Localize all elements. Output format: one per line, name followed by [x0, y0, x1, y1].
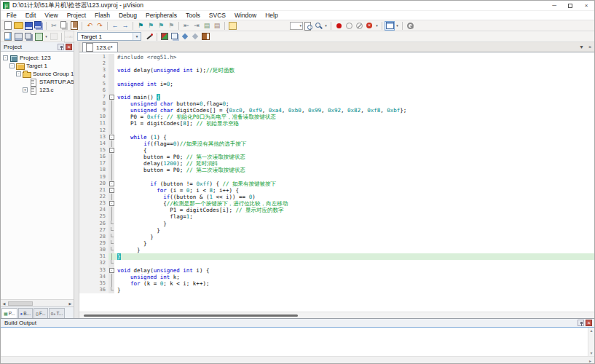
code-line-33[interactable]: 33-void delay(unsigned int i) {: [79, 267, 594, 274]
project-scroll-track[interactable]: [7, 301, 67, 306]
uncomment-selection-icon[interactable]: ▤: [212, 21, 222, 31]
editor-close-icon[interactable]: ×: [588, 44, 591, 50]
bookmark-clear-all-icon[interactable]: ⚑: [166, 21, 176, 31]
redo-icon[interactable]: ↷: [95, 21, 105, 31]
expander-icon[interactable]: -: [3, 55, 8, 60]
code-line-5[interactable]: 5unsigned int i=0;: [79, 81, 594, 87]
build-icon[interactable]: [13, 32, 23, 41]
build-vertical-scrollbar[interactable]: ▲ ▼: [588, 328, 594, 356]
code-line-8[interactable]: 8 unsigned char button=0,flag=0;: [79, 100, 594, 107]
open-file-icon[interactable]: [13, 21, 23, 31]
paste-icon[interactable]: [69, 21, 79, 31]
undo-icon[interactable]: ↶: [84, 21, 95, 31]
code-line-3[interactable]: 3void delay(unsigned int i);//延时函数: [79, 67, 594, 74]
code-line-30[interactable]: 30 }: [79, 247, 594, 253]
panel-tab-project[interactable]: ▦P...: [1, 308, 17, 318]
rebuild-all-icon[interactable]: [23, 32, 34, 41]
save-icon[interactable]: [23, 21, 34, 31]
fold-collapse-icon[interactable]: -: [109, 94, 114, 100]
bookmark-next-icon[interactable]: ⚑: [156, 21, 166, 31]
code-line-11[interactable]: 11 P1 = digitCodes[8]; // 初始显示空格: [79, 120, 594, 127]
build-output-content[interactable]: [1, 328, 588, 356]
code-line-28[interactable]: 28 }: [79, 234, 594, 240]
manage-project-items-icon[interactable]: [170, 32, 180, 41]
tree-item-project-123[interactable]: -Project: 123: [1, 54, 74, 62]
code-line-19[interactable]: 19: [79, 174, 594, 181]
code-line-13[interactable]: 13- while (1) {: [79, 134, 594, 141]
menu-peripherals[interactable]: Peripherals: [141, 12, 181, 19]
fold-collapse-icon[interactable]: -: [109, 147, 114, 154]
code-line-1[interactable]: 1#include <reg51.h>: [79, 54, 594, 60]
code-line-34[interactable]: 34 unsigned int k;: [79, 274, 594, 280]
expander-icon[interactable]: -: [9, 63, 15, 68]
code-line-6[interactable]: 6: [79, 87, 594, 94]
navigate-forward-icon[interactable]: →: [120, 21, 130, 31]
code-line-26[interactable]: 26 }: [79, 221, 594, 227]
download-icon[interactable]: [64, 32, 74, 41]
menu-project[interactable]: Project: [63, 12, 90, 19]
code-line-27[interactable]: 27 }: [79, 227, 594, 234]
code-line-17[interactable]: 17 delay(1200); // 延时消抖: [79, 160, 594, 167]
save-all-icon[interactable]: [34, 21, 44, 31]
tab-123c[interactable]: 123.c*: [82, 42, 118, 52]
breakpoint-enable-icon[interactable]: [344, 21, 354, 31]
scroll-up-icon[interactable]: ▲: [590, 328, 594, 333]
code-line-22[interactable]: 22 if((button & (1 << i)) == 0): [79, 194, 594, 200]
window-layout-icon[interactable]: [385, 21, 395, 31]
bookmark-prev-icon[interactable]: ⚑: [146, 21, 156, 31]
unindent-icon[interactable]: ⇤: [181, 21, 192, 31]
project-scroll-thumb[interactable]: [8, 301, 33, 306]
project-horizontal-scrollbar[interactable]: ◀ ▶: [1, 299, 74, 306]
window-list-icon[interactable]: ▼: [579, 44, 584, 50]
scroll-right-icon[interactable]: ▶: [67, 301, 74, 306]
menu-edit[interactable]: Edit: [21, 12, 41, 19]
new-file-icon[interactable]: [3, 21, 13, 31]
configure-icon[interactable]: [405, 21, 415, 31]
code-line-15[interactable]: 15- {: [79, 147, 594, 154]
options-for-target-icon[interactable]: [144, 32, 154, 41]
insert-template-icon[interactable]: [227, 21, 237, 31]
layout-dropdown-icon[interactable]: ▾: [395, 21, 400, 31]
code-line-25[interactable]: 25 flag=1;: [79, 213, 594, 220]
copy-icon[interactable]: [59, 21, 69, 31]
fold-collapse-icon[interactable]: -: [109, 187, 114, 194]
bookmark-toggle-icon[interactable]: ⚑: [135, 21, 146, 31]
menu-flash[interactable]: Flash: [90, 12, 114, 19]
tree-item-target-1[interactable]: -Target 1: [1, 62, 74, 70]
indent-icon[interactable]: ⇥: [192, 21, 202, 31]
panel-tab-templates[interactable]: 0+T...: [49, 308, 66, 318]
breakpoint-toggle-icon[interactable]: [334, 21, 344, 31]
menu-svcs[interactable]: SVCS: [205, 12, 230, 19]
stop-build-icon[interactable]: [49, 32, 59, 41]
editor-horizontal-scrollbar[interactable]: [79, 312, 594, 318]
code-line-23[interactable]: 23- {//检测是那一个按键按下，进行位比较，向左移动: [79, 200, 594, 207]
editor-scroll-thumb[interactable]: [84, 314, 298, 317]
code-line-2[interactable]: 2: [79, 60, 594, 67]
project-close-icon[interactable]: ×: [66, 44, 72, 50]
menu-debug[interactable]: Debug: [114, 12, 141, 19]
code-line-35[interactable]: 35 for (k = 0; k < i; k++);: [79, 280, 594, 287]
code-line-4[interactable]: 4: [79, 74, 594, 80]
tree-item-startup-a51[interactable]: STARTUP.A51: [1, 78, 74, 86]
find-in-files-icon[interactable]: [303, 21, 313, 31]
code-editor[interactable]: 1#include <reg51.h>23void delay(unsigned…: [79, 52, 594, 312]
code-line-12[interactable]: 12: [79, 127, 594, 134]
chevron-down-icon[interactable]: ▼: [133, 33, 141, 40]
fold-collapse-icon[interactable]: -: [109, 267, 114, 274]
tree-item-source-group-1[interactable]: -Source Group 1: [1, 70, 74, 78]
maximize-button[interactable]: [562, 1, 578, 10]
batch-build-icon[interactable]: [34, 32, 44, 41]
menu-file[interactable]: File: [2, 12, 21, 19]
build-pin-icon[interactable]: [578, 320, 584, 326]
panel-tab-functions[interactable]: {}F...: [34, 308, 48, 318]
find-dropdown-icon[interactable]: ▾: [323, 21, 328, 31]
code-line-20[interactable]: 20- if (button != 0xff) { // 如果有按键被按下: [79, 181, 594, 187]
scroll-left-icon[interactable]: ◀: [1, 301, 7, 306]
tree-item-123-c[interactable]: +123.c: [1, 86, 74, 94]
menu-window[interactable]: Window: [230, 12, 261, 19]
cut-icon[interactable]: ✂: [49, 21, 59, 31]
code-line-10[interactable]: 10 P0 = 0xff; // 初始化P0口为高电平，准备读取按键状态: [79, 114, 594, 120]
pin-icon[interactable]: [58, 44, 64, 50]
manage-books-icon[interactable]: [200, 32, 210, 41]
incremental-find-icon[interactable]: [313, 21, 323, 31]
